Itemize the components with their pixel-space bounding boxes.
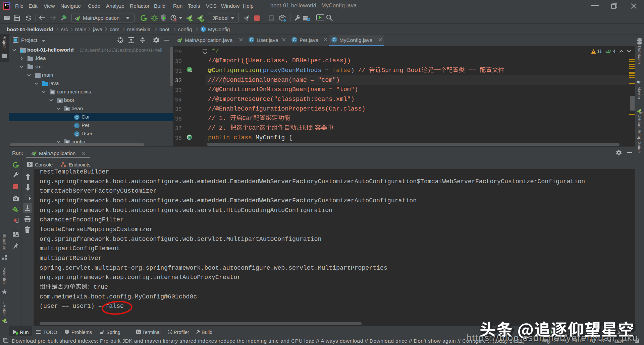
svg-text:C: C xyxy=(293,38,296,42)
svg-text:JR: JR xyxy=(640,112,643,114)
svg-text:C: C xyxy=(75,132,78,136)
svg-text:C: C xyxy=(250,38,253,42)
svg-text:C: C xyxy=(75,124,78,128)
svg-text:JR: JR xyxy=(5,321,8,324)
svg-text:C: C xyxy=(75,115,78,119)
svg-text:C: C xyxy=(333,38,336,42)
svg-text:C: C xyxy=(202,27,205,31)
